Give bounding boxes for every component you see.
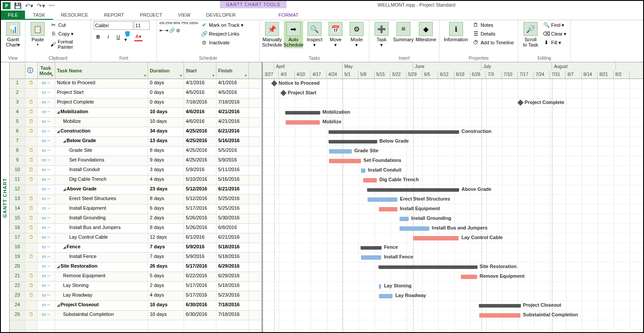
table-row[interactable]: 21🗒▭→Remove Equipment5 days6/22/20166/29… bbox=[10, 272, 262, 282]
italic-button[interactable]: I bbox=[104, 32, 113, 41]
task-mode-cell[interactable]: ▭→ bbox=[38, 204, 55, 214]
table-row[interactable]: 2▭→Project Start0 days4/5/20164/5/2016 bbox=[10, 89, 262, 98]
task-mode-cell[interactable]: ▭→ bbox=[38, 214, 55, 223]
row-number[interactable]: 13 bbox=[10, 195, 25, 204]
task-name-cell[interactable]: Set Foundations bbox=[55, 156, 148, 165]
task-mode-cell[interactable]: ▭→ bbox=[38, 253, 55, 262]
paste-button[interactable]: 📋Paste▾ bbox=[28, 21, 47, 48]
row-number[interactable]: 1 bbox=[10, 79, 25, 88]
bgcolor-button[interactable]: 🪣▾ bbox=[124, 32, 133, 41]
start-cell[interactable]: 4/6/2016 bbox=[184, 118, 216, 127]
header-start[interactable]: Start▼ bbox=[184, 62, 216, 79]
task-name-cell[interactable]: Lay Roadway bbox=[55, 291, 148, 301]
duration-cell[interactable]: 8 days bbox=[148, 224, 184, 233]
duration-cell[interactable]: 7 days bbox=[148, 253, 184, 262]
task-name-cell[interactable]: Project Complete bbox=[55, 98, 148, 107]
task-mode-cell[interactable]: ▭→ bbox=[38, 137, 55, 146]
tab-report[interactable]: REPORT bbox=[96, 11, 132, 20]
row-number[interactable]: 4 bbox=[10, 108, 25, 117]
task-mode-cell[interactable]: ▭→ bbox=[38, 156, 55, 165]
task-mode-cell[interactable]: ▭→ bbox=[38, 175, 55, 185]
summary-button[interactable]: ≡Summary bbox=[393, 21, 414, 43]
start-cell[interactable]: 6/30/2016 bbox=[184, 311, 216, 320]
finish-cell[interactable]: 5/11/2016 bbox=[216, 166, 249, 175]
table-row[interactable]: 10🗒▭→Install Conduit3 days5/9/20165/11/2… bbox=[10, 166, 262, 175]
tab-developer[interactable]: DEVELOPER bbox=[198, 11, 244, 20]
task-mode-cell[interactable]: ▭→ bbox=[38, 282, 55, 291]
view-bar[interactable]: GANTT CHART bbox=[1, 62, 10, 333]
task-bar[interactable] bbox=[329, 159, 361, 163]
task-mode-cell[interactable]: ▭→ bbox=[38, 301, 55, 310]
row-number[interactable]: 24 bbox=[10, 301, 25, 310]
activity-icon[interactable]: 〰 bbox=[47, 2, 57, 9]
start-cell[interactable]: 4/6/2016 bbox=[184, 108, 216, 117]
table-row[interactable]: 16🗒▭→Install Bus and Jumpers8 days5/26/2… bbox=[10, 224, 262, 233]
task-bar[interactable] bbox=[361, 168, 365, 173]
unlink-button[interactable]: ⊘ bbox=[176, 28, 180, 33]
duration-cell[interactable]: 10 days bbox=[148, 301, 184, 310]
task-mode-cell[interactable]: ▭→ bbox=[38, 185, 55, 194]
finish-cell[interactable]: 7/18/2016 bbox=[216, 311, 249, 320]
summary-bar[interactable] bbox=[361, 246, 382, 250]
task-bar[interactable] bbox=[361, 255, 382, 260]
task-name-cell[interactable]: ◢Above Grade bbox=[55, 185, 148, 194]
pct0-button[interactable]: 0% bbox=[159, 21, 165, 25]
duration-cell[interactable]: 26 days bbox=[148, 262, 184, 272]
task-bar[interactable] bbox=[363, 178, 377, 183]
task-name-cell[interactable]: ◢Project Closeout bbox=[55, 301, 148, 310]
row-number[interactable]: 7 bbox=[10, 137, 25, 146]
row-number[interactable]: 21 bbox=[10, 272, 25, 281]
task-name-cell[interactable]: Notice to Proceed bbox=[55, 79, 148, 88]
row-number[interactable]: 11 bbox=[10, 175, 25, 185]
respect-links-button[interactable]: 🔗Respect Links bbox=[200, 30, 244, 38]
start-cell[interactable]: 5/9/2016 bbox=[184, 243, 216, 252]
task-bar[interactable] bbox=[379, 294, 393, 298]
tab-view[interactable]: VIEW bbox=[170, 11, 198, 20]
table-row[interactable]: 24▭→◢Project Closeout10 days6/30/20167/1… bbox=[10, 301, 262, 311]
task-bar[interactable] bbox=[379, 207, 397, 211]
pct75-button[interactable]: 75% bbox=[181, 21, 188, 25]
duration-cell[interactable]: 8 days bbox=[148, 195, 184, 204]
header-blank[interactable] bbox=[10, 62, 25, 79]
duration-cell[interactable]: 4 days bbox=[148, 291, 184, 301]
task-mode-cell[interactable]: ▭→ bbox=[38, 311, 55, 320]
table-row[interactable]: 12▭→◢Above Grade23 days5/12/20166/21/201… bbox=[10, 185, 262, 195]
duration-cell[interactable]: 10 days bbox=[148, 108, 184, 117]
cut-button[interactable]: ✂Cut bbox=[49, 21, 88, 29]
row-number[interactable]: 10 bbox=[10, 166, 25, 175]
tab-project[interactable]: PROJECT bbox=[132, 11, 170, 20]
font-name-combo[interactable] bbox=[94, 21, 133, 30]
summary-bar[interactable] bbox=[479, 304, 520, 308]
task-name-cell[interactable]: Substaintial Completion bbox=[55, 311, 148, 320]
milestone-marker[interactable] bbox=[517, 100, 524, 106]
duration-cell[interactable]: 7 days bbox=[148, 243, 184, 252]
start-cell[interactable]: 4/5/2016 bbox=[184, 89, 216, 98]
task-name-cell[interactable]: ◢Construction bbox=[55, 127, 148, 136]
row-number[interactable]: 23 bbox=[10, 291, 25, 301]
row-number[interactable]: 5 bbox=[10, 118, 25, 127]
header-task-mode[interactable]: TaskMode▼ bbox=[38, 62, 55, 79]
duration-cell[interactable]: 5 days bbox=[148, 272, 184, 281]
table-row[interactable]: 19🗒▭→Install Fence7 days5/9/20165/18/201… bbox=[10, 253, 262, 262]
start-cell[interactable]: 6/30/2016 bbox=[184, 301, 216, 310]
table-row[interactable]: 3🗒▭→Project Complete0 days7/18/20167/18/… bbox=[10, 98, 262, 108]
table-row[interactable]: 9🗒▭→Set Foundations9 days4/25/20165/9/20… bbox=[10, 156, 262, 166]
task-name-cell[interactable]: Install Fence bbox=[55, 253, 148, 262]
task-name-cell[interactable]: ◢Mobilization bbox=[55, 108, 148, 117]
row-number[interactable]: 22 bbox=[10, 282, 25, 291]
save-icon[interactable]: 💾 bbox=[12, 2, 23, 9]
font-size-combo[interactable] bbox=[134, 21, 150, 30]
duration-cell[interactable]: 10 days bbox=[148, 311, 184, 320]
row-number[interactable]: 14 bbox=[10, 204, 25, 214]
fontcolor-button[interactable]: A▾ bbox=[134, 32, 143, 41]
task-bar[interactable] bbox=[379, 284, 381, 289]
row-number[interactable]: 19 bbox=[10, 253, 25, 262]
task-name-cell[interactable]: Remove Equipment bbox=[55, 272, 148, 281]
start-cell[interactable]: 4/25/2016 bbox=[184, 156, 216, 165]
row-number[interactable]: 6 bbox=[10, 127, 25, 136]
start-cell[interactable]: 5/26/2016 bbox=[184, 214, 216, 223]
bold-button[interactable]: B bbox=[94, 32, 103, 41]
table-row[interactable]: 5🗒▭→Mobilize10 days4/6/20164/21/2016 bbox=[10, 118, 262, 127]
copy-button[interactable]: ⎘Copy▾ bbox=[49, 30, 88, 38]
duration-cell[interactable]: 13 days bbox=[148, 137, 184, 146]
